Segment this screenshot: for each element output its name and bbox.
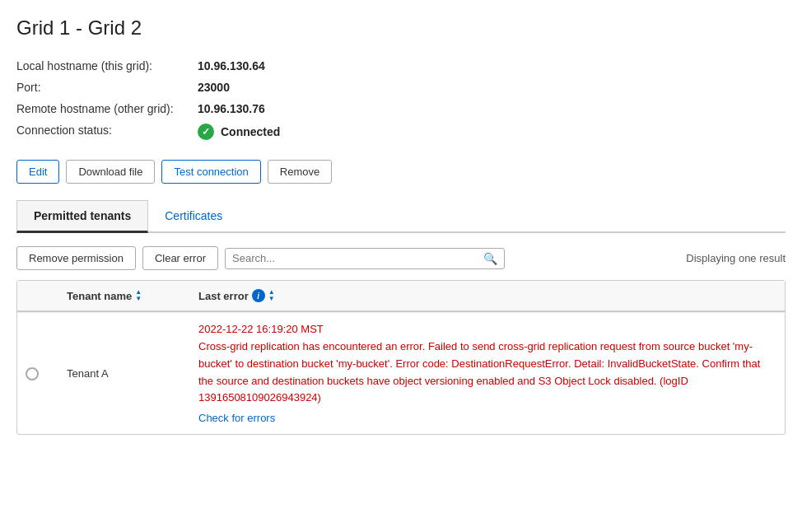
check-errors-link[interactable]: Check for errors	[198, 412, 275, 424]
connection-status-label: Connection status:	[16, 124, 198, 140]
remove-permission-button[interactable]: Remove permission	[16, 246, 136, 270]
table-header: Tenant name ▲▼ Last error i ▲▼	[17, 281, 785, 312]
connection-status-row: ✓ Connected	[198, 124, 786, 140]
tenant-sort-icons[interactable]: ▲▼	[135, 289, 142, 302]
port-value: 23000	[198, 81, 786, 94]
col-tenant-name: Tenant name ▲▼	[58, 289, 190, 302]
row-select-cell	[17, 313, 58, 434]
remote-hostname-label: Remote hostname (other grid):	[16, 102, 198, 115]
local-hostname-value: 10.96.130.64	[198, 59, 786, 72]
row-error-cell: 2022-12-22 16:19:20 MST Cross-grid repli…	[190, 313, 785, 434]
remove-button[interactable]: Remove	[268, 160, 332, 184]
page-title: Grid 1 - Grid 2	[16, 16, 786, 40]
connected-icon: ✓	[198, 124, 214, 140]
local-hostname-label: Local hostname (this grid):	[16, 59, 198, 72]
error-sort-icons[interactable]: ▲▼	[268, 289, 275, 302]
col-select	[17, 289, 58, 302]
search-input[interactable]	[232, 252, 483, 264]
connection-status-value: Connected	[221, 125, 280, 138]
col-last-error: Last error i ▲▼	[190, 289, 785, 302]
tab-toolbar: Remove permission Clear error 🔍 Displayi…	[16, 246, 786, 270]
tab-permitted-tenants[interactable]: Permitted tenants	[16, 200, 148, 233]
col-tenant-label: Tenant name	[67, 290, 132, 302]
error-message: Cross-grid replication has encountered a…	[198, 338, 776, 407]
test-connection-button[interactable]: Test connection	[161, 160, 260, 184]
port-label: Port:	[16, 81, 198, 94]
search-container: 🔍	[225, 248, 505, 269]
tenant-table: Tenant name ▲▼ Last error i ▲▼ Tenant A …	[16, 280, 786, 435]
edit-button[interactable]: Edit	[16, 160, 59, 184]
row-tenant-cell: Tenant A	[58, 313, 190, 434]
error-info-icon[interactable]: i	[252, 289, 265, 302]
col-error-label: Last error	[198, 290, 249, 302]
search-icon: 🔍	[483, 252, 497, 265]
display-count: Displaying one result	[686, 252, 786, 264]
tab-certificates[interactable]: Certificates	[148, 200, 239, 231]
table-row: Tenant A 2022-12-22 16:19:20 MST Cross-g…	[17, 312, 785, 434]
action-toolbar: Edit Download file Test connection Remov…	[16, 160, 786, 184]
download-button[interactable]: Download file	[66, 160, 155, 184]
error-date: 2022-12-22 16:19:20 MST	[198, 323, 324, 335]
tab-bar: Permitted tenants Certificates	[16, 200, 786, 233]
tenant-name: Tenant A	[67, 367, 109, 380]
clear-error-button[interactable]: Clear error	[142, 246, 218, 270]
row-radio[interactable]	[26, 367, 39, 380]
info-grid: Local hostname (this grid): 10.96.130.64…	[16, 59, 786, 140]
remote-hostname-value: 10.96.130.76	[198, 102, 786, 115]
